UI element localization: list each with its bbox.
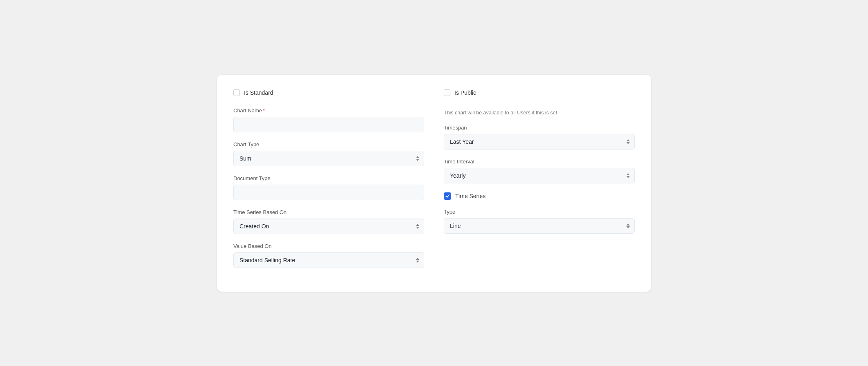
timespan-select[interactable]: Last Year Last Quarter Last Month Last W… [444, 134, 635, 150]
time-series-based-on-wrapper: Created On Modified On [233, 219, 424, 234]
time-series-label: Time Series [455, 193, 485, 199]
chart-type-label: Chart Type [233, 141, 424, 147]
is-public-checkbox[interactable] [444, 89, 450, 96]
document-type-input[interactable]: Item [233, 185, 424, 200]
is-public-helper-text: This chart will be available to all User… [444, 109, 635, 117]
time-series-based-on-select[interactable]: Created On Modified On [233, 219, 424, 234]
value-based-on-group: Value Based On Standard Selling Rate Val… [233, 243, 424, 268]
is-standard-row: Is Standard [233, 89, 424, 96]
type-label: Type [444, 209, 635, 215]
time-interval-select[interactable]: Yearly Monthly Weekly Daily [444, 168, 635, 183]
timespan-group: Timespan Last Year Last Quarter Last Mon… [444, 125, 635, 150]
document-type-label: Document Type [233, 175, 424, 181]
value-based-on-label: Value Based On [233, 243, 424, 249]
chart-name-label: Chart Name* [233, 107, 424, 114]
time-interval-group: Time Interval Yearly Monthly Weekly Dail… [444, 158, 635, 183]
timespan-label: Timespan [444, 125, 635, 131]
checkmark-icon [445, 194, 450, 199]
time-series-based-on-label: Time Series Based On [233, 209, 424, 215]
is-standard-label: Is Standard [244, 89, 273, 96]
time-series-checkbox[interactable] [444, 192, 451, 200]
form-card: Is Standard Chart Name* Sum Chart Chart … [217, 75, 651, 292]
is-standard-checkbox[interactable] [233, 89, 240, 96]
chart-type-group: Chart Type Sum Count Average Min Max [233, 141, 424, 166]
chart-name-input[interactable]: Sum Chart [233, 117, 424, 132]
time-series-based-on-group: Time Series Based On Created On Modified… [233, 209, 424, 234]
type-group: Type Line Bar Pie Percentage [444, 209, 635, 234]
right-column: Is Public This chart will be available t… [444, 89, 635, 277]
is-public-row: Is Public [444, 89, 635, 96]
time-interval-wrapper: Yearly Monthly Weekly Daily [444, 168, 635, 183]
value-based-on-wrapper: Standard Selling Rate Valuation Rate [233, 252, 424, 268]
document-type-group: Document Type Item [233, 175, 424, 200]
type-wrapper: Line Bar Pie Percentage [444, 218, 635, 234]
chart-type-select[interactable]: Sum Count Average Min Max [233, 151, 424, 166]
value-based-on-select[interactable]: Standard Selling Rate Valuation Rate [233, 252, 424, 268]
time-interval-label: Time Interval [444, 158, 635, 165]
timespan-wrapper: Last Year Last Quarter Last Month Last W… [444, 134, 635, 150]
is-public-label: Is Public [454, 89, 476, 96]
type-select[interactable]: Line Bar Pie Percentage [444, 218, 635, 234]
chart-name-group: Chart Name* Sum Chart [233, 107, 424, 132]
form-grid: Is Standard Chart Name* Sum Chart Chart … [233, 89, 635, 277]
left-column: Is Standard Chart Name* Sum Chart Chart … [233, 89, 424, 277]
chart-type-wrapper: Sum Count Average Min Max [233, 151, 424, 166]
time-series-row: Time Series [444, 192, 635, 200]
